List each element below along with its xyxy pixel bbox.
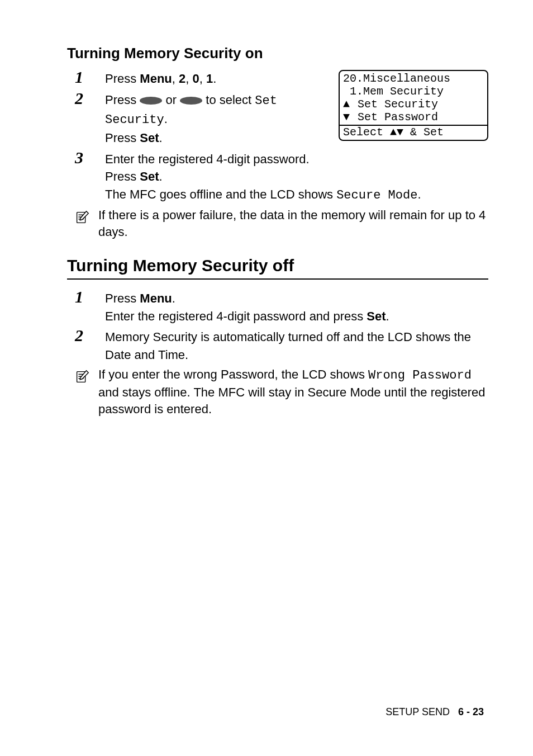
lcd-display: 20.Miscellaneous 1.Mem Security ▲ Set Se… bbox=[339, 70, 488, 141]
step2-body: Press or to select Set Security. Press S… bbox=[105, 91, 327, 147]
footer-page: 6 - 23 bbox=[458, 706, 484, 717]
wrong-password-code: Wrong Password bbox=[368, 368, 472, 382]
section2-title: Turning Memory Security off bbox=[67, 256, 488, 275]
secure-mode-code: Secure Mode bbox=[336, 188, 417, 202]
footer-section: SETUP SEND bbox=[386, 706, 450, 717]
step2-txt3: . bbox=[164, 112, 168, 126]
step3-number: 3 bbox=[67, 149, 105, 166]
s2s1-l2c: . bbox=[386, 309, 389, 323]
note1-body: If there is a power failure, the data in… bbox=[98, 207, 488, 240]
step3-l2c: . bbox=[159, 169, 163, 183]
note-icon bbox=[74, 207, 93, 240]
nav-key-left-icon bbox=[140, 97, 162, 105]
menu-key-label-2: Menu bbox=[140, 291, 172, 305]
set-key-label-1: Set bbox=[140, 131, 159, 145]
step1-body: Press Menu, 2, 0, 1. bbox=[105, 70, 327, 88]
step1-sep2: , bbox=[185, 72, 192, 86]
down-arrow-icon: ▼ bbox=[343, 111, 351, 124]
s2-step1-body: Press Menu. Enter the registered 4-digit… bbox=[105, 290, 488, 325]
s2s1-l2a: Enter the registered 4-digit password an… bbox=[105, 309, 367, 323]
lcd-line2: 1.Mem Security bbox=[343, 85, 484, 98]
note2-b: and stays offline. The MFC will stay in … bbox=[98, 385, 486, 416]
step1-end: . bbox=[213, 72, 216, 86]
step1-text: Press bbox=[105, 72, 140, 86]
section1-title: Turning Memory Security on bbox=[67, 45, 488, 62]
digit-1: 1 bbox=[206, 72, 213, 86]
step3-l3c: . bbox=[417, 187, 421, 201]
step3-l2a: Press bbox=[105, 169, 140, 183]
step2-line2c: . bbox=[159, 131, 163, 145]
set-key-label-2: Set bbox=[140, 169, 159, 183]
note2-a: If you enter the wrong Password, the LCD… bbox=[98, 367, 368, 381]
s2-step1-number: 1 bbox=[67, 289, 105, 305]
lcd-line5: Select ▲▼ & Set bbox=[340, 125, 487, 140]
digit-0: 0 bbox=[193, 72, 199, 86]
step3-l3a: The MFC goes offline and the LCD shows bbox=[105, 187, 336, 201]
s2s1-l1a: Press bbox=[105, 291, 140, 305]
up-arrow-icon: ▲ bbox=[343, 98, 351, 111]
menu-key-label: Menu bbox=[140, 72, 172, 86]
s2s1-l1c: . bbox=[172, 291, 175, 305]
note2-body: If you enter the wrong Password, the LCD… bbox=[98, 366, 488, 417]
digit-2: 2 bbox=[179, 72, 185, 86]
step3-body: Enter the registered 4-digit password. P… bbox=[105, 150, 488, 205]
lcd-line1: 20.Miscellaneous bbox=[343, 72, 484, 85]
step1-number: 1 bbox=[67, 69, 105, 86]
lcd-line4: ▼ Set Password bbox=[343, 111, 484, 124]
step1-sep1: , bbox=[172, 72, 179, 86]
step3-l1: Enter the registered 4-digit password. bbox=[105, 152, 310, 166]
step2-number: 2 bbox=[67, 90, 105, 107]
note-icon bbox=[74, 366, 93, 417]
lcd-line3: ▲ Set Security bbox=[343, 98, 484, 111]
nav-key-right-icon bbox=[180, 97, 202, 105]
set-key-label-3: Set bbox=[367, 309, 386, 323]
step1-sep3: , bbox=[199, 72, 206, 86]
section2-rule bbox=[67, 278, 488, 280]
page-footer: SETUP SEND 6 - 23 bbox=[386, 706, 484, 718]
step2-or: or bbox=[162, 93, 180, 107]
step2-line2a: Press bbox=[105, 131, 140, 145]
s2-step2-number: 2 bbox=[67, 327, 105, 344]
lcd-line3-text: Set Security bbox=[351, 98, 438, 111]
s2-step2-body: Memory Security is automatically turned … bbox=[105, 328, 488, 364]
step2-txt1: Press bbox=[105, 93, 140, 107]
step2-txt2: to select bbox=[202, 93, 255, 107]
lcd-line4-text: Set Password bbox=[351, 111, 438, 124]
